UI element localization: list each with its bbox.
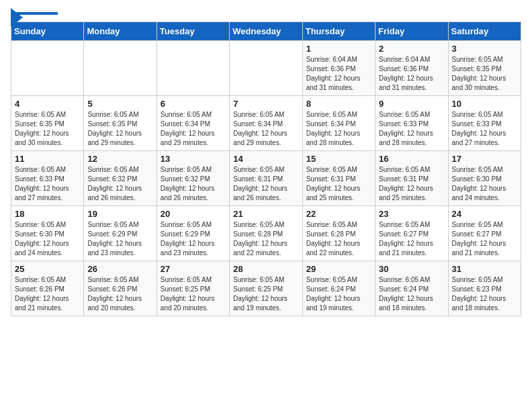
day-number: 19 (87, 209, 152, 219)
day-number: 18 (15, 209, 80, 219)
day-number: 16 (379, 154, 444, 164)
calendar-cell: 13Sunrise: 6:05 AM Sunset: 6:32 PM Dayli… (157, 151, 229, 206)
calendar-week-row: 1Sunrise: 6:04 AM Sunset: 6:36 PM Daylig… (11, 41, 521, 96)
day-info: Sunrise: 6:05 AM Sunset: 6:28 PM Dayligh… (306, 220, 371, 258)
day-info: Sunrise: 6:05 AM Sunset: 6:31 PM Dayligh… (306, 165, 371, 203)
col-header-tuesday: Tuesday (157, 22, 229, 41)
calendar-week-row: 11Sunrise: 6:05 AM Sunset: 6:33 PM Dayli… (11, 151, 521, 206)
day-info: Sunrise: 6:05 AM Sunset: 6:30 PM Dayligh… (452, 165, 517, 203)
calendar-cell: 29Sunrise: 6:05 AM Sunset: 6:24 PM Dayli… (302, 261, 375, 316)
day-info: Sunrise: 6:05 AM Sunset: 6:32 PM Dayligh… (87, 165, 152, 203)
col-header-friday: Friday (375, 22, 448, 41)
calendar-cell: 16Sunrise: 6:05 AM Sunset: 6:31 PM Dayli… (375, 151, 448, 206)
day-number: 9 (379, 99, 444, 109)
calendar-week-row: 4Sunrise: 6:05 AM Sunset: 6:35 PM Daylig… (11, 96, 521, 151)
day-info: Sunrise: 6:05 AM Sunset: 6:29 PM Dayligh… (87, 220, 152, 258)
calendar-cell: 21Sunrise: 6:05 AM Sunset: 6:28 PM Dayli… (230, 206, 302, 261)
day-number: 11 (15, 154, 80, 164)
calendar-cell: 6Sunrise: 6:05 AM Sunset: 6:34 PM Daylig… (157, 96, 229, 151)
day-number: 2 (379, 44, 444, 54)
day-info: Sunrise: 6:05 AM Sunset: 6:28 PM Dayligh… (233, 220, 298, 258)
day-number: 22 (306, 209, 371, 219)
day-info: Sunrise: 6:04 AM Sunset: 6:36 PM Dayligh… (306, 55, 371, 93)
day-info: Sunrise: 6:05 AM Sunset: 6:25 PM Dayligh… (161, 275, 226, 313)
calendar-cell: 26Sunrise: 6:05 AM Sunset: 6:26 PM Dayli… (84, 261, 157, 316)
day-number: 24 (452, 209, 517, 219)
day-info: Sunrise: 6:04 AM Sunset: 6:36 PM Dayligh… (379, 55, 444, 93)
day-info: Sunrise: 6:05 AM Sunset: 6:34 PM Dayligh… (306, 110, 371, 148)
calendar-week-row: 25Sunrise: 6:05 AM Sunset: 6:26 PM Dayli… (11, 261, 521, 316)
calendar-cell: 3Sunrise: 6:05 AM Sunset: 6:35 PM Daylig… (448, 41, 521, 96)
day-number: 23 (379, 209, 444, 219)
calendar-cell: 15Sunrise: 6:05 AM Sunset: 6:31 PM Dayli… (302, 151, 375, 206)
day-info: Sunrise: 6:05 AM Sunset: 6:35 PM Dayligh… (15, 110, 80, 148)
day-info: Sunrise: 6:05 AM Sunset: 6:24 PM Dayligh… (306, 275, 371, 313)
day-info: Sunrise: 6:05 AM Sunset: 6:30 PM Dayligh… (15, 220, 80, 258)
day-number: 7 (233, 99, 298, 109)
day-number: 8 (306, 99, 371, 109)
day-info: Sunrise: 6:05 AM Sunset: 6:29 PM Dayligh… (161, 220, 226, 258)
calendar-cell: 11Sunrise: 6:05 AM Sunset: 6:33 PM Dayli… (11, 151, 84, 206)
day-number: 31 (452, 264, 517, 274)
day-number: 4 (15, 99, 80, 109)
calendar-cell: 9Sunrise: 6:05 AM Sunset: 6:33 PM Daylig… (375, 96, 448, 151)
logo-arrow-icon (11, 8, 23, 27)
day-info: Sunrise: 6:05 AM Sunset: 6:32 PM Dayligh… (161, 165, 226, 203)
day-number: 10 (452, 99, 517, 109)
logo (11, 11, 58, 15)
day-info: Sunrise: 6:05 AM Sunset: 6:27 PM Dayligh… (379, 220, 444, 258)
day-info: Sunrise: 6:05 AM Sunset: 6:33 PM Dayligh… (379, 110, 444, 148)
day-number: 29 (306, 264, 371, 274)
calendar-cell: 27Sunrise: 6:05 AM Sunset: 6:25 PM Dayli… (157, 261, 229, 316)
calendar-cell: 17Sunrise: 6:05 AM Sunset: 6:30 PM Dayli… (448, 151, 521, 206)
calendar-cell (157, 41, 229, 96)
calendar-cell: 24Sunrise: 6:05 AM Sunset: 6:27 PM Dayli… (448, 206, 521, 261)
day-info: Sunrise: 6:05 AM Sunset: 6:31 PM Dayligh… (379, 165, 444, 203)
day-info: Sunrise: 6:05 AM Sunset: 6:26 PM Dayligh… (87, 275, 152, 313)
calendar-cell: 22Sunrise: 6:05 AM Sunset: 6:28 PM Dayli… (302, 206, 375, 261)
day-number: 20 (161, 209, 226, 219)
calendar-cell: 4Sunrise: 6:05 AM Sunset: 6:35 PM Daylig… (11, 96, 84, 151)
calendar-cell: 20Sunrise: 6:05 AM Sunset: 6:29 PM Dayli… (157, 206, 229, 261)
day-info: Sunrise: 6:05 AM Sunset: 6:24 PM Dayligh… (379, 275, 444, 313)
calendar-cell: 8Sunrise: 6:05 AM Sunset: 6:34 PM Daylig… (302, 96, 375, 151)
calendar-cell: 12Sunrise: 6:05 AM Sunset: 6:32 PM Dayli… (84, 151, 157, 206)
day-number: 13 (161, 154, 226, 164)
calendar-cell: 2Sunrise: 6:04 AM Sunset: 6:36 PM Daylig… (375, 41, 448, 96)
day-info: Sunrise: 6:05 AM Sunset: 6:27 PM Dayligh… (452, 220, 517, 258)
calendar-cell: 14Sunrise: 6:05 AM Sunset: 6:31 PM Dayli… (230, 151, 302, 206)
calendar-cell: 28Sunrise: 6:05 AM Sunset: 6:25 PM Dayli… (230, 261, 302, 316)
day-info: Sunrise: 6:05 AM Sunset: 6:33 PM Dayligh… (15, 165, 80, 203)
day-info: Sunrise: 6:05 AM Sunset: 6:25 PM Dayligh… (233, 275, 298, 313)
calendar-cell: 23Sunrise: 6:05 AM Sunset: 6:27 PM Dayli… (375, 206, 448, 261)
day-info: Sunrise: 6:05 AM Sunset: 6:31 PM Dayligh… (233, 165, 298, 203)
calendar-cell: 7Sunrise: 6:05 AM Sunset: 6:34 PM Daylig… (230, 96, 302, 151)
day-number: 27 (161, 264, 226, 274)
calendar-cell (84, 41, 157, 96)
day-number: 12 (87, 154, 152, 164)
calendar-cell: 31Sunrise: 6:05 AM Sunset: 6:23 PM Dayli… (448, 261, 521, 316)
calendar-cell: 19Sunrise: 6:05 AM Sunset: 6:29 PM Dayli… (84, 206, 157, 261)
day-number: 1 (306, 44, 371, 54)
calendar-cell: 5Sunrise: 6:05 AM Sunset: 6:35 PM Daylig… (84, 96, 157, 151)
day-info: Sunrise: 6:05 AM Sunset: 6:35 PM Dayligh… (87, 110, 152, 148)
calendar-week-row: 18Sunrise: 6:05 AM Sunset: 6:30 PM Dayli… (11, 206, 521, 261)
day-number: 14 (233, 154, 298, 164)
day-info: Sunrise: 6:05 AM Sunset: 6:34 PM Dayligh… (233, 110, 298, 148)
calendar-table: SundayMondayTuesdayWednesdayThursdayFrid… (11, 21, 521, 316)
calendar-cell: 30Sunrise: 6:05 AM Sunset: 6:24 PM Dayli… (375, 261, 448, 316)
calendar-cell (230, 41, 302, 96)
day-info: Sunrise: 6:05 AM Sunset: 6:23 PM Dayligh… (452, 275, 517, 313)
day-number: 5 (87, 99, 152, 109)
day-number: 6 (161, 99, 226, 109)
day-number: 25 (15, 264, 80, 274)
day-number: 30 (379, 264, 444, 274)
col-header-thursday: Thursday (302, 22, 375, 41)
calendar-header-row: SundayMondayTuesdayWednesdayThursdayFrid… (11, 22, 521, 41)
day-number: 15 (306, 154, 371, 164)
calendar-cell: 1Sunrise: 6:04 AM Sunset: 6:36 PM Daylig… (302, 41, 375, 96)
day-number: 3 (452, 44, 517, 54)
day-info: Sunrise: 6:05 AM Sunset: 6:34 PM Dayligh… (161, 110, 226, 148)
calendar-cell: 10Sunrise: 6:05 AM Sunset: 6:33 PM Dayli… (448, 96, 521, 151)
day-number: 26 (87, 264, 152, 274)
